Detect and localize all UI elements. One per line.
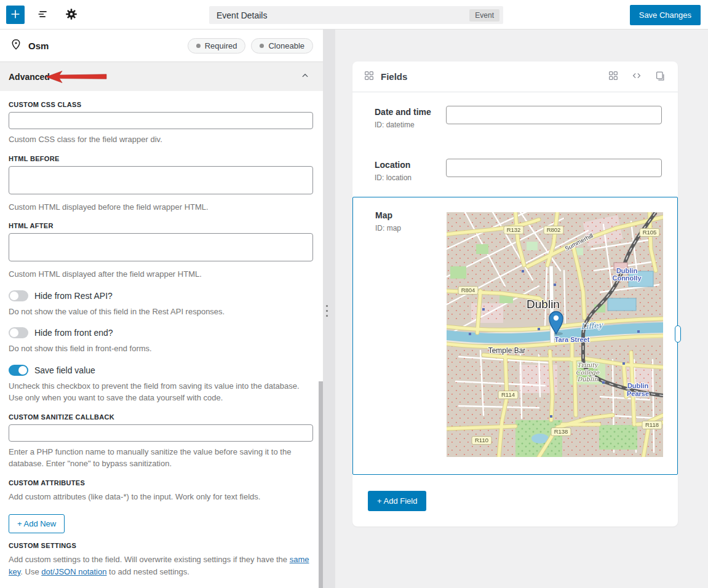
field-id: ID: datetime bbox=[375, 121, 415, 129]
sanitize-callback-help: Enter a PHP function name to manually sa… bbox=[9, 446, 313, 470]
station-label: Pearse bbox=[627, 390, 649, 397]
cloneable-badge: Cloneable bbox=[251, 38, 313, 54]
save-field-value-label: Save field value bbox=[34, 365, 95, 375]
osm-map[interactable]: R132 R802 R105 R804 R114 R118 R1 bbox=[447, 212, 663, 457]
block-layout-button[interactable] bbox=[607, 70, 620, 84]
road-ref: R114 bbox=[501, 391, 515, 398]
chevron-up-icon bbox=[300, 70, 311, 83]
hide-rest-api-help: Do not show the value of this field in t… bbox=[9, 306, 313, 318]
location-input[interactable] bbox=[446, 159, 662, 177]
map-pin-icon bbox=[10, 38, 22, 53]
toggle-knob bbox=[10, 328, 18, 337]
html-after-label: HTML AFTER bbox=[9, 222, 313, 229]
road-ref: R110 bbox=[475, 437, 488, 443]
save-field-value-help: Uncheck this checkbox to prevent the fie… bbox=[9, 380, 313, 404]
road-ref: R118 bbox=[645, 421, 659, 428]
html-after-help: Custom HTML displayed after the field wr… bbox=[9, 268, 313, 280]
field-label: Date and time bbox=[375, 107, 431, 117]
code-view-button[interactable] bbox=[630, 70, 643, 84]
badge-dot-icon bbox=[260, 44, 264, 48]
post-title: Event Details bbox=[217, 10, 469, 20]
field-header: Osm Required Cloneable bbox=[0, 30, 323, 62]
field-id: ID: map bbox=[375, 224, 401, 232]
custom-settings-label: CUSTOM SETTINGS bbox=[9, 542, 313, 549]
plus-icon bbox=[9, 7, 22, 23]
station-label: Dublin bbox=[616, 267, 637, 274]
station-label: Connolly bbox=[612, 274, 642, 282]
block-grid-icon bbox=[364, 70, 375, 84]
custom-css-help: Custom CSS class for the field wrapper d… bbox=[9, 133, 313, 146]
custom-attributes-label: CUSTOM ATTRIBUTES bbox=[9, 479, 313, 487]
post-title-field[interactable]: Event Details Event bbox=[209, 6, 503, 24]
badge-dot-icon bbox=[196, 44, 201, 48]
collapse-section-button[interactable] bbox=[296, 68, 314, 86]
field-row-map-selected[interactable]: Map ID: map bbox=[352, 197, 678, 475]
html-before-label: HTML BEFORE bbox=[9, 155, 313, 162]
block-resize-handle[interactable] bbox=[675, 325, 681, 343]
post-type-badge: Event bbox=[469, 9, 499, 22]
html-before-help: Custom HTML displayed before the field w… bbox=[9, 201, 313, 213]
fields-block-card: Fields bbox=[352, 62, 678, 526]
poi-label: Trinity bbox=[577, 362, 599, 369]
custom-attributes-help: Add custom attributes (like data-*) to t… bbox=[9, 491, 313, 503]
road-ref: R105 bbox=[643, 229, 657, 236]
hide-frontend-help: Do not show this field in front-end form… bbox=[9, 343, 313, 355]
road-ref: R132 bbox=[507, 226, 521, 233]
code-icon bbox=[631, 70, 642, 83]
gear-icon bbox=[65, 7, 78, 23]
river-label: Liffey bbox=[581, 320, 605, 332]
road-ref: R804 bbox=[461, 287, 475, 293]
datetime-input[interactable] bbox=[446, 106, 662, 124]
custom-settings-help: Add custom settings to the field. Will o… bbox=[9, 554, 313, 578]
field-label: Location bbox=[375, 160, 410, 170]
list-view-button[interactable] bbox=[33, 5, 53, 25]
block-title: Fields bbox=[381, 71, 407, 82]
sanitize-callback-input[interactable] bbox=[9, 424, 313, 442]
block-inserter-button[interactable] bbox=[6, 6, 25, 24]
editor-topbar: Event Details Event Save Changes bbox=[0, 0, 708, 30]
poi-label: Dublin bbox=[577, 376, 598, 383]
road-ref: R138 bbox=[554, 428, 568, 435]
advanced-settings-form: CUSTOM CSS CLASS Custom CSS class for th… bbox=[0, 91, 323, 588]
add-field-button[interactable]: + Add Field bbox=[368, 491, 426, 511]
field-label: Map bbox=[375, 210, 392, 220]
panel-resize-divider[interactable] bbox=[323, 30, 335, 588]
field-id: ID: location bbox=[375, 173, 412, 182]
custom-css-label: CUSTOM CSS CLASS bbox=[9, 101, 313, 108]
hide-rest-api-label: Hide from Rest API? bbox=[34, 291, 113, 301]
settings-button[interactable] bbox=[62, 5, 81, 25]
toggle-knob bbox=[10, 292, 18, 300]
field-settings-panel: Osm Required Cloneable Advanced CUSTOM bbox=[0, 30, 323, 588]
fields-block-header: Fields bbox=[352, 62, 678, 92]
hide-rest-api-toggle[interactable] bbox=[9, 290, 28, 301]
editor-canvas: Fields bbox=[335, 30, 708, 588]
hide-frontend-toggle[interactable] bbox=[9, 327, 28, 338]
hide-frontend-label: Hide from front end? bbox=[34, 328, 113, 338]
html-after-textarea[interactable] bbox=[9, 233, 313, 261]
toggle-knob bbox=[18, 366, 27, 375]
section-title: Advanced bbox=[9, 72, 50, 82]
add-attribute-button[interactable]: + Add New bbox=[9, 514, 65, 533]
custom-css-input[interactable] bbox=[9, 112, 313, 129]
html-before-textarea[interactable] bbox=[9, 166, 313, 194]
sanitize-callback-label: CUSTOM SANITIZE CALLBACK bbox=[9, 413, 313, 421]
advanced-section-header[interactable]: Advanced bbox=[0, 62, 323, 91]
station-label: Tara Street bbox=[555, 336, 590, 343]
poi-label: College bbox=[576, 369, 600, 376]
list-view-icon bbox=[36, 7, 50, 23]
save-changes-button[interactable]: Save Changes bbox=[630, 5, 701, 25]
copy-button[interactable] bbox=[653, 70, 667, 84]
drag-handle-icon[interactable] bbox=[326, 305, 328, 317]
road-ref: R802 bbox=[547, 226, 561, 233]
station-label: Dublin bbox=[627, 382, 648, 389]
required-badge: Required bbox=[188, 38, 246, 54]
save-field-value-toggle[interactable] bbox=[9, 365, 28, 376]
panel-scrollbar-thumb[interactable] bbox=[319, 381, 323, 588]
red-arrow-annotation bbox=[45, 70, 108, 86]
city-label: Dublin bbox=[527, 298, 560, 311]
copy-icon bbox=[654, 70, 666, 83]
grid-icon bbox=[608, 70, 619, 83]
district-label: Temple Bar bbox=[488, 346, 526, 355]
dot-json-notation-link[interactable]: dot/JSON notation bbox=[41, 567, 106, 576]
field-name: Osm bbox=[28, 41, 49, 51]
